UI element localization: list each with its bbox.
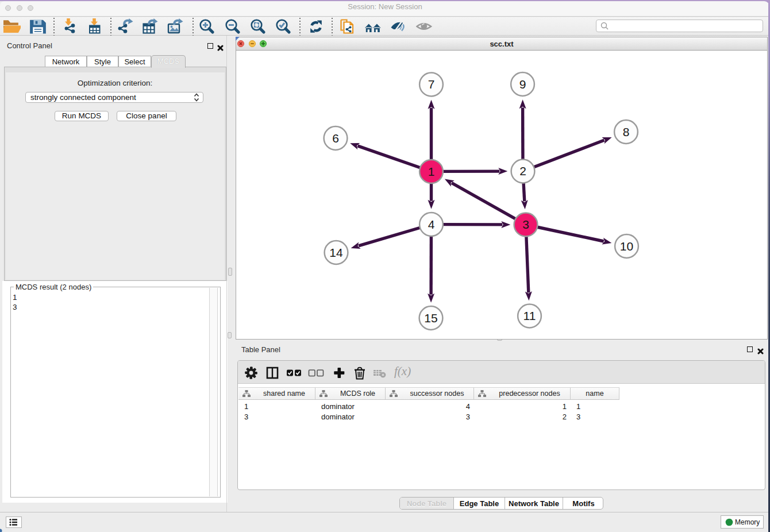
svg-text:8: 8 bbox=[623, 125, 630, 138]
svg-text:1: 1 bbox=[428, 165, 435, 178]
svg-text:3: 3 bbox=[522, 218, 529, 231]
svg-text:15: 15 bbox=[424, 311, 437, 325]
svg-text:2: 2 bbox=[519, 164, 526, 178]
svg-text:4: 4 bbox=[428, 218, 435, 231]
svg-text:9: 9 bbox=[519, 78, 526, 91]
svg-text:6: 6 bbox=[332, 132, 339, 145]
svg-text:14: 14 bbox=[329, 246, 343, 259]
svg-text:7: 7 bbox=[428, 78, 435, 91]
svg-text:11: 11 bbox=[523, 309, 536, 322]
svg-text:10: 10 bbox=[620, 240, 633, 253]
